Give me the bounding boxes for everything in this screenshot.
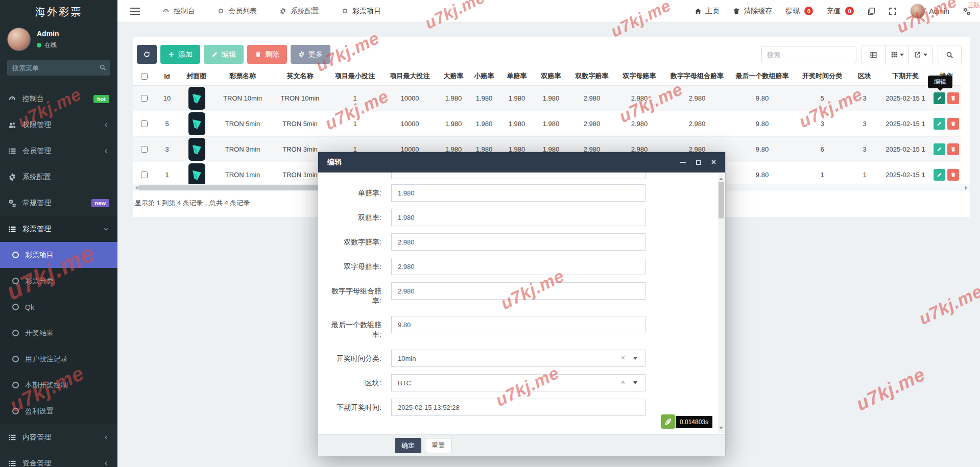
- horizontal-scrollbar-thumb[interactable]: [137, 185, 323, 190]
- row-delete-button[interactable]: [947, 118, 959, 130]
- reset-button[interactable]: 重置: [425, 438, 451, 453]
- time-category-select[interactable]: [391, 350, 646, 367]
- col-en-name[interactable]: 英文名称: [271, 67, 329, 86]
- sidebar-item-dashboard[interactable]: 控制台 hot: [0, 86, 117, 112]
- col-small-odds[interactable]: 小赔率: [468, 67, 500, 86]
- row-delete-button[interactable]: [947, 143, 959, 155]
- home-link[interactable]: 主页: [695, 7, 720, 16]
- confirm-button[interactable]: 确定: [395, 438, 421, 453]
- modal-scrollbar-thumb[interactable]: [719, 182, 724, 218]
- sidebar-item-funds[interactable]: 资金管理: [0, 450, 117, 467]
- double-digit-odds-input[interactable]: [391, 233, 646, 251]
- sidebar-item-members[interactable]: 会员管理: [0, 138, 117, 164]
- export-button[interactable]: [909, 45, 933, 64]
- double-odds-input[interactable]: [391, 209, 646, 226]
- sidebar-item-content[interactable]: 内容管理: [0, 424, 117, 450]
- tab-member-list[interactable]: 会员列表: [218, 7, 257, 16]
- col-next-draw[interactable]: 下期开奖: [879, 67, 932, 86]
- col-single-odds[interactable]: 单赔率: [500, 67, 533, 86]
- sidebar-item-general[interactable]: 常规管理 new: [0, 190, 117, 216]
- col-double-odds[interactable]: 双赔率: [533, 67, 569, 86]
- row-edit-button[interactable]: [934, 169, 945, 181]
- sidebar-item-permissions[interactable]: 权限管理: [0, 112, 117, 138]
- fullscreen-icon[interactable]: [889, 7, 897, 15]
- refresh-button[interactable]: [137, 45, 157, 64]
- columns-button[interactable]: [886, 45, 909, 64]
- row-checkbox[interactable]: [141, 120, 148, 127]
- table-row[interactable]: 10 TRON 10min TRON 10min 1 10000 1.980 1…: [133, 86, 961, 111]
- sidebar-subitem-bet-records[interactable]: 用户投注记录: [0, 346, 117, 372]
- row-checkbox[interactable]: [141, 146, 148, 153]
- sidebar-subitem-profit-settings[interactable]: 盈利设置: [0, 398, 117, 424]
- col-double-letter-odds[interactable]: 双字母赔率: [615, 67, 664, 86]
- col-name[interactable]: 彩票名称: [214, 67, 271, 86]
- user-menu[interactable]: Admin: [910, 4, 949, 19]
- scrolled-input-partial[interactable]: [391, 173, 646, 179]
- col-max-bet[interactable]: 项目最大投注: [380, 67, 439, 86]
- single-odds-input[interactable]: [391, 184, 646, 202]
- col-time-category[interactable]: 开奖时间分类: [794, 67, 850, 86]
- combo-odds-input[interactable]: [391, 282, 646, 300]
- sidebar-item-lottery[interactable]: 彩票管理: [0, 216, 117, 242]
- scroll-right-arrow-icon[interactable]: [965, 186, 969, 190]
- clear-cache-link[interactable]: 清除缓存: [733, 7, 772, 16]
- last-digit-odds-input[interactable]: [391, 316, 646, 333]
- scroll-up-arrow-icon[interactable]: [719, 176, 723, 180]
- edit-button[interactable]: 编辑: [204, 45, 244, 64]
- select-all-checkbox[interactable]: [141, 73, 148, 80]
- hamburger-menu-icon[interactable]: [130, 8, 140, 15]
- sidebar-search-input[interactable]: [7, 60, 110, 76]
- sidebar-subitem-draw-results[interactable]: 开奖结果: [0, 320, 117, 346]
- clear-selection-icon[interactable]: ×: [621, 354, 625, 362]
- modal-scrollbar[interactable]: [718, 174, 725, 433]
- recharge-link[interactable]: 充值 0: [826, 7, 854, 16]
- delete-button[interactable]: 删除: [247, 45, 287, 64]
- col-big-odds[interactable]: 大赔率: [439, 67, 468, 86]
- sidebar-subitem-lottery-projects[interactable]: 彩票项目: [0, 242, 117, 268]
- list-icon: [8, 459, 16, 467]
- table-search-input[interactable]: [761, 46, 856, 63]
- col-combo-odds[interactable]: 数字字母组合赔率: [664, 67, 730, 86]
- row-edit-button[interactable]: [934, 143, 945, 155]
- double-letter-odds-input[interactable]: [391, 258, 646, 275]
- col-double-digit-odds[interactable]: 双数字赔率: [569, 67, 615, 86]
- caret-down-icon[interactable]: [633, 357, 637, 362]
- sidebar-subitem-draw-control[interactable]: 本期开奖控制: [0, 372, 117, 398]
- table-row[interactable]: 5 TRON 5min TRON 5min 1 10000 1.980 1.98…: [133, 111, 961, 137]
- row-checkbox[interactable]: [141, 95, 148, 102]
- sidebar-item-system-config[interactable]: 系统配置: [0, 164, 117, 190]
- row-delete-button[interactable]: [947, 169, 959, 181]
- modal-header[interactable]: 编辑 ×: [318, 152, 725, 173]
- col-last-digit-odds[interactable]: 最后一个数组赔率: [730, 67, 794, 86]
- more-button[interactable]: 更多: [291, 45, 330, 64]
- refresh-icon: [144, 51, 150, 58]
- row-edit-button[interactable]: [934, 92, 945, 104]
- col-id[interactable]: Id: [155, 67, 179, 86]
- row-checkbox[interactable]: [141, 171, 148, 178]
- tab-dashboard[interactable]: 控制台: [162, 7, 195, 16]
- scroll-left-arrow-icon[interactable]: [133, 186, 137, 190]
- avatar[interactable]: [7, 28, 31, 51]
- col-min-bet[interactable]: 项目最小投注: [329, 67, 380, 86]
- maximize-icon[interactable]: [696, 160, 701, 165]
- copy-pages-icon[interactable]: [867, 7, 875, 15]
- col-block[interactable]: 区块: [850, 67, 879, 86]
- next-draw-time-input[interactable]: [391, 399, 646, 416]
- close-icon[interactable]: ×: [711, 159, 716, 166]
- scroll-down-arrow-icon[interactable]: [719, 427, 723, 431]
- add-button[interactable]: 添加: [160, 45, 200, 64]
- clear-selection-icon[interactable]: ×: [621, 378, 625, 386]
- withdraw-link[interactable]: 提现 0: [785, 7, 813, 16]
- detail-view-button[interactable]: [862, 45, 886, 64]
- block-select[interactable]: [391, 374, 646, 391]
- minimize-icon[interactable]: [680, 162, 686, 163]
- row-edit-button[interactable]: [934, 118, 945, 130]
- tab-system-config[interactable]: 系统配置: [279, 7, 319, 16]
- sidebar-subitem-qk[interactable]: Qk: [0, 294, 117, 320]
- caret-down-icon[interactable]: [633, 381, 637, 386]
- search-button[interactable]: [938, 45, 962, 64]
- avatar: [910, 4, 925, 19]
- row-delete-button[interactable]: [947, 92, 959, 104]
- tab-lottery-projects[interactable]: 彩票项目: [342, 7, 381, 16]
- sidebar-subitem-lottery-categories[interactable]: 彩票分类: [0, 268, 117, 294]
